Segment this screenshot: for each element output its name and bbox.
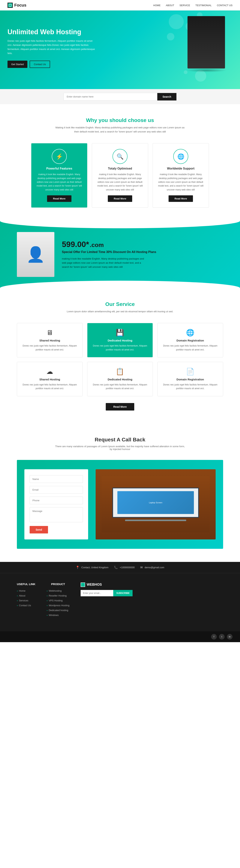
footer-link-services[interactable]: Services [17,599,28,602]
nav-about[interactable]: ABOUT [166,4,174,7]
hero-description: Donec nec justo eget felis facilisis fer… [7,39,98,55]
send-button[interactable]: Send [30,526,48,533]
product-vps[interactable]: VPS Hosting [47,599,63,602]
service-card-0: 🖥 Shared Hosting Donec nec justo eget fe… [17,323,83,358]
footer-bottom: f t in [0,631,240,642]
service-desc-0: Donec nec justo eget felis facilisis fer… [21,344,79,351]
callback-inner: Send Laptop Screen [17,460,223,549]
message-input[interactable] [30,507,83,522]
service-section: Our Service Lorem ipsum dolor sitlam ame… [0,288,240,424]
service-title: Our Service [7,301,233,307]
service-name-1: Dedicated Hosting [91,339,149,342]
linkedin-icon[interactable]: in [227,634,233,640]
callback-subtitle: There are many variations of passages of… [54,445,186,451]
footer-email: ✉ demo@gmail.com [140,566,164,569]
service-name-4: Dedicated Hosting [91,378,149,381]
logo-icon [7,3,13,8]
product-title: PRODUCT [47,583,70,586]
footer-phone: 📞 +1000000000 [114,566,135,569]
service-name-2: Domain Registration [161,339,219,342]
service-card-2: 🌐 Domain Registration Donec nec justo eg… [157,323,223,358]
feature-desc-0: making it look like readable English. Ma… [36,173,83,192]
footer-subscribe-button[interactable]: SUBSCRIBE [113,590,133,596]
twitter-icon[interactable]: t [219,634,224,640]
phone-input[interactable] [30,497,83,504]
product-windows[interactable]: Windows [47,614,59,617]
nav-testimonial[interactable]: TESTIMONIAL [195,4,212,7]
feature-card-0: ⚡ Powerful Features making it look like … [31,143,87,208]
promo-domain: .com [90,242,104,248]
email-icon: ✉ [140,566,143,569]
footer-link-home[interactable]: Home [17,589,26,592]
read-more-button-0[interactable]: Read More [47,195,72,202]
service-read-more-button[interactable]: Read More [106,403,134,410]
callback-title: Request A Call Back [7,437,233,443]
feature-card-1: 🔍 Totaly Optimised making it look like r… [92,143,148,208]
service-card-4: 📋 Dedicated Hosting Donec nec justo eget… [87,362,153,396]
promo-offer-title: Special Offer For Limited Time 30% Disco… [62,250,223,254]
product-reseller[interactable]: Reseller Hosting [47,594,66,597]
footer-address-text: Contact, United Kingdom [81,566,109,569]
logo: Focus [7,3,26,8]
footer-grid: USEFUL LINK Home About Services Contact … [17,583,223,618]
footer-link-about[interactable]: About [17,594,25,597]
feature-desc-1: making it look like readable English. Ma… [97,173,143,192]
hero-section: Unlimited Web Hosting Donec nec justo eg… [0,10,240,89]
search-bar: Search [0,89,240,104]
feature-title-2: Worldwide Support [157,167,204,170]
service-desc-4: Donec nec justo eget felis facilisis fer… [91,383,149,391]
service-card-5: 📄 Domain Registration Donec nec justo eg… [157,362,223,396]
feature-icon-1: 🔍 [112,149,128,164]
callback-form: Send [24,469,88,539]
hero-buttons: Get Started Contact Us [7,61,98,68]
feature-card-2: 🌐 Worldwide Support making it look like … [153,143,209,208]
phone-icon: 📞 [114,566,118,569]
why-choose-cards: ⚡ Powerful Features making it look like … [7,143,233,208]
service-desc-1: Donec nec justo eget felis facilisis fer… [91,344,149,351]
useful-links-list: Home About Services Contact Us [17,589,35,607]
service-desc-5: Donec nec justo eget felis facilisis fer… [161,383,219,391]
read-more-button-2[interactable]: Read More [168,195,193,202]
service-card-3: ☁ Shared Hosting Donec nec justo eget fe… [17,362,83,396]
footer-contact-bar: 📍 Contact, United Kingdom 📞 +1000000000 … [0,562,240,573]
footer-link-contact[interactable]: Contact Us [17,604,31,607]
footer-logo-row: WEBHOS [81,583,133,587]
footer-email-text: demo@gmail.com [144,566,164,569]
footer-social: f t in [211,634,233,640]
footer-subscribe-input[interactable] [81,590,113,596]
navigation: Focus HOME ABOUT SERVICE TESTIMONIAL CON… [0,0,240,10]
service-icon-0: 🖥 [21,329,79,337]
nav-service[interactable]: SERVICE [180,4,190,7]
why-choose-section: Why you should choose us Making it look … [0,104,240,221]
footer-useful-links: USEFUL LINK Home About Services Contact … [17,583,35,618]
service-icon-5: 📄 [161,368,219,375]
footer-brand-name: WEBHOS [87,583,102,587]
contact-us-button[interactable]: Contact Us [30,61,50,68]
product-list: Webhosting Reseller Hosting VPS Hosting … [47,589,70,617]
get-started-button[interactable]: Get Started [7,61,27,68]
service-icon-2: 🌐 [161,329,219,337]
search-input[interactable] [63,93,157,100]
footer-brand: WEBHOS SUBSCRIBE [81,583,133,618]
facebook-icon[interactable]: f [211,634,217,640]
promo-image: 👤 [17,232,54,277]
nav-contact[interactable]: CONTACT US [217,4,233,7]
footer-address: 📍 Contact, United Kingdom [76,566,109,569]
feature-title-0: Powerful Features [36,167,83,170]
footer-phone-text: +1000000000 [119,566,135,569]
service-icon-3: ☁ [21,368,79,375]
product-webhosting[interactable]: Webhosting [47,589,61,592]
hero-title: Unlimited Web Hosting [7,28,98,36]
read-more-button-1[interactable]: Read More [108,195,132,202]
nav-home[interactable]: HOME [153,4,160,7]
email-input[interactable] [30,486,83,494]
promo-price: 599.00* [62,240,89,249]
callback-section: Request A Call Back There are many varia… [0,424,240,562]
hero-pc-visual [187,16,225,68]
product-wordpress[interactable]: Wordpress Hosting [47,604,70,607]
feature-icon-2: 🌐 [173,149,188,164]
product-dedicated[interactable]: Dedicated hosting [47,609,68,612]
name-input[interactable] [30,475,83,483]
search-button[interactable]: Search [157,93,177,100]
feature-icon-0: ⚡ [52,149,67,164]
